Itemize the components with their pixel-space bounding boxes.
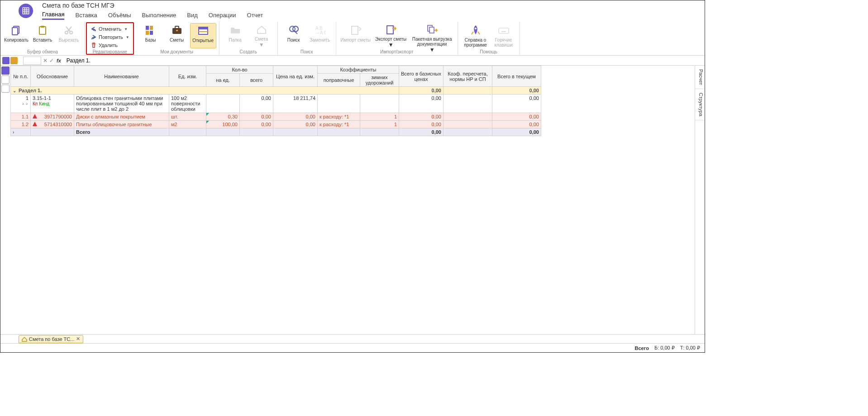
new-estimate-button[interactable]: Смета▼ [248, 23, 275, 48]
cut-icon [62, 24, 75, 37]
tab-insert[interactable]: Вставка [75, 11, 97, 19]
house-icon [255, 24, 268, 36]
undo-icon [91, 26, 97, 32]
chevron-down-icon[interactable]: ⌄ [13, 88, 17, 93]
col-qty-total[interactable]: всего [240, 74, 273, 87]
svg-rect-8 [41, 26, 44, 28]
col-basis[interactable]: Обоснование [31, 66, 74, 87]
table-row[interactable]: 1.2 5714310000 Плиты облицовочные гранит… [11, 121, 541, 128]
paste-button[interactable]: Вставить [29, 23, 56, 48]
close-icon[interactable]: ✕ [76, 336, 80, 342]
hotkeys-button[interactable]: Горячие клавиши [491, 23, 517, 48]
tab-exec[interactable]: Выполнение [142, 11, 176, 19]
cut-button[interactable]: Вырезать [56, 23, 82, 48]
replace-icon: A B→A C [314, 24, 326, 37]
tab-report[interactable]: Отчет [247, 11, 263, 19]
titlebar: Смета по базе ТСН МГЭ Главная Вставка Об… [0, 0, 705, 21]
window-title: Смета по базе ТСН МГЭ [42, 2, 263, 9]
confirm-edit-icon[interactable]: ✓ [49, 57, 54, 64]
chevron-icon[interactable]: › [13, 130, 15, 135]
col-qty[interactable]: Кол-во [206, 66, 273, 74]
status-bar: Всего Б: 0,00 ₽ Т: 0,00 ₽ [0, 343, 705, 352]
tab-ops[interactable]: Операции [209, 11, 236, 19]
redo-icon [91, 34, 97, 40]
undo-button[interactable]: Отменить▼ [89, 25, 131, 33]
chevron-icon[interactable]: › [22, 101, 24, 106]
document-tabs: Смета по базе ТС... ✕ [0, 334, 705, 343]
table-row[interactable]: 1.1 3971790000 Диски с алмазным покрытие… [11, 113, 541, 121]
view-toggle-1[interactable] [2, 57, 10, 64]
open-button[interactable]: Открытые [190, 23, 216, 48]
batch-export-button[interactable]: Пакетная выгрузка документации▼ [410, 23, 455, 48]
section-row[interactable]: ⌄ Раздел 1. 0,00 0,00 [11, 87, 541, 95]
fx-button[interactable]: fx [56, 58, 62, 63]
copy-button[interactable]: Копировать [3, 23, 29, 48]
dropdown-icon: ▼ [429, 47, 435, 53]
total-row[interactable]: › Всего 0,00 0,00 [11, 128, 541, 136]
table-row[interactable]: 1› › 3.15-1-1Кп Кинд Облицовка стен гран… [11, 95, 541, 113]
col-current[interactable]: Всего в текущем [492, 66, 541, 87]
svg-rect-0 [23, 8, 29, 14]
redo-button[interactable]: Повторить▼ [89, 33, 131, 41]
col-name[interactable]: Наименование [74, 66, 169, 87]
folder-button[interactable]: Папка [222, 23, 248, 48]
right-tab-calc[interactable]: Расчет [695, 66, 705, 89]
delete-button[interactable]: Удалить [89, 41, 131, 49]
warning-icon [33, 114, 37, 118]
col-coef[interactable]: Коэффициенты [318, 66, 399, 74]
batch-icon [426, 24, 439, 36]
svg-point-32 [475, 28, 477, 29]
search-button[interactable]: Поиск [281, 23, 307, 48]
col-unit[interactable]: Ед. изм. [169, 66, 206, 87]
leftbar-item-3[interactable] [1, 85, 10, 93]
bases-button[interactable]: Базы [138, 23, 164, 48]
col-base[interactable]: Всего в базисных ценах [399, 66, 444, 87]
grid-table: № п.п. Обоснование Наименование Ед. изм.… [10, 66, 541, 136]
ribbon-group-impexp: Импорт сметы Экспорт сметы▼ Пакетная выг… [336, 21, 458, 55]
col-num[interactable]: № п.п. [11, 66, 31, 87]
copy-icon [10, 24, 23, 37]
chevron-icon[interactable]: › [26, 101, 29, 106]
tab-view[interactable]: Вид [187, 11, 198, 19]
window-icon [197, 24, 210, 37]
ribbon-group-docs: Базы Сметы Открытые Мои документы [135, 21, 219, 55]
about-button[interactable]: Справка о программе [461, 23, 491, 48]
dropdown-icon: ▼ [259, 42, 264, 48]
dropdown-icon: ▼ [126, 35, 129, 39]
replace-button[interactable]: A B→A CЗаменить [307, 23, 333, 48]
document-tab[interactable]: Смета по базе ТС... ✕ [19, 335, 83, 343]
svg-rect-21 [199, 27, 208, 29]
col-price[interactable]: Цена на ед. изм. [273, 66, 318, 87]
search-icon [287, 24, 300, 37]
svg-rect-19 [176, 30, 178, 31]
estimate-grid[interactable]: № п.п. Обоснование Наименование Ед. изм.… [10, 66, 695, 334]
svg-rect-15 [146, 31, 149, 35]
leftbar-item-2[interactable] [1, 76, 10, 84]
cancel-edit-icon[interactable]: ✕ [43, 57, 48, 64]
right-sidebar: Расчет Структура [695, 66, 705, 334]
view-toggle-2[interactable] [10, 57, 18, 64]
col-coef-winter[interactable]: зимних удорожаний [360, 74, 399, 87]
tab-volumes[interactable]: Объёмы [108, 11, 131, 19]
svg-rect-28 [352, 26, 358, 34]
keyboard-icon [497, 24, 510, 37]
warning-icon [33, 122, 37, 126]
tab-main[interactable]: Главная [42, 10, 64, 20]
cell-reference-input[interactable] [23, 57, 41, 65]
svg-rect-13 [146, 26, 149, 30]
leftbar-item-1[interactable] [1, 66, 10, 75]
right-tab-structure[interactable]: Структура [695, 89, 705, 120]
main-tabs: Главная Вставка Объёмы Выполнение Вид Оп… [42, 10, 263, 20]
svg-rect-7 [39, 27, 46, 34]
col-coef-corr[interactable]: поправочные [318, 74, 360, 87]
paste-icon [36, 24, 49, 37]
col-qty-per[interactable]: на ед. [206, 74, 240, 87]
estimates-button[interactable]: Сметы [164, 23, 190, 48]
import-button[interactable]: Импорт сметы [339, 23, 372, 48]
svg-text:→A C: →A C [315, 30, 326, 35]
col-recalc[interactable]: Коэф. пересчета, нормы НР и СП [444, 66, 492, 87]
svg-rect-6 [12, 28, 18, 35]
database-icon [144, 24, 157, 37]
formula-input[interactable] [64, 57, 703, 65]
export-button[interactable]: Экспорт сметы▼ [372, 23, 410, 48]
